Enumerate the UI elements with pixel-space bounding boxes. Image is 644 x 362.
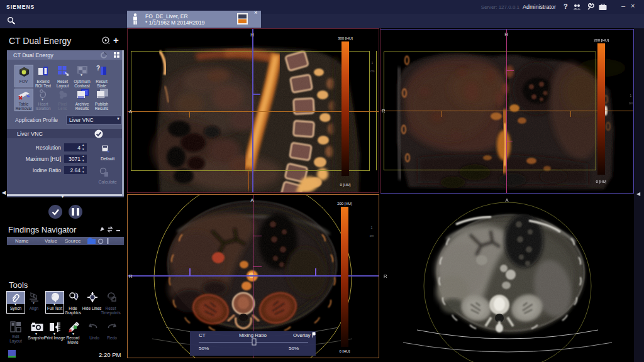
svg-text:200 [HU]: 200 [HU] — [337, 202, 352, 206]
svg-text:0 [HU]: 0 [HU] — [339, 349, 350, 353]
svg-text:50%: 50% — [199, 346, 209, 351]
svg-text:H: H — [504, 31, 508, 37]
svg-text:cm: cm — [629, 101, 633, 105]
svg-text:A: A — [505, 197, 508, 203]
svg-text:1: 1 — [372, 61, 374, 65]
svg-text:Mixing Ratio: Mixing Ratio — [239, 332, 267, 338]
svg-text:0 [HU]: 0 [HU] — [596, 180, 606, 184]
svg-text:1: 1 — [630, 94, 632, 97]
svg-text:0 [HU]: 0 [HU] — [340, 183, 350, 187]
svg-text:Overlay: Overlay — [293, 332, 311, 338]
svg-text:200 [HU]: 200 [HU] — [594, 38, 609, 42]
svg-text:R: R — [382, 108, 386, 114]
svg-text:?: ? — [96, 65, 100, 72]
svg-text:300 [HU]: 300 [HU] — [338, 36, 353, 40]
svg-text:A: A — [129, 109, 132, 114]
svg-text:CT: CT — [199, 332, 206, 338]
svg-text:R: R — [384, 273, 387, 279]
svg-text:R: R — [129, 273, 133, 279]
svg-text:A: A — [250, 197, 253, 203]
svg-text:cm: cm — [370, 69, 375, 73]
svg-text:cm: cm — [370, 234, 374, 238]
svg-text:50%: 50% — [289, 346, 299, 351]
svg-text:1: 1 — [371, 226, 373, 229]
svg-text:H: H — [250, 32, 253, 38]
